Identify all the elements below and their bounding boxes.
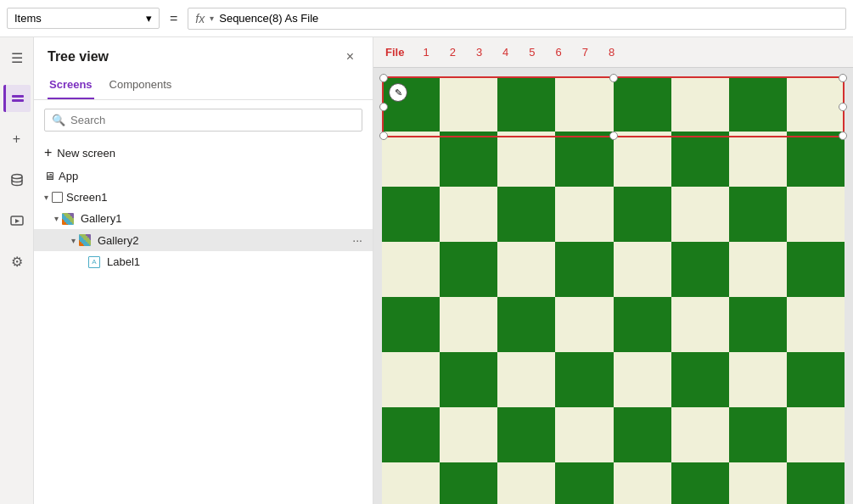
database-icon[interactable] [3, 166, 31, 193]
canvas-tab-6[interactable]: 6 [546, 42, 572, 62]
canvas-tab-file[interactable]: File [377, 42, 412, 62]
checker-cell [671, 132, 729, 187]
tree-panel-title: Tree view [48, 49, 109, 64]
layers-icon[interactable] [3, 85, 31, 112]
checker-cell [671, 242, 729, 297]
checker-cell [787, 407, 845, 462]
checker-cell [382, 462, 440, 504]
checker-cell [497, 297, 555, 352]
checker-cell [614, 352, 671, 407]
checker-cell [729, 132, 787, 187]
tree-item-gallery1[interactable]: ▾ Gallery1 [34, 208, 373, 229]
svg-point-2 [12, 175, 22, 179]
new-screen-label: New screen [57, 147, 115, 160]
checker-cell [671, 187, 729, 242]
tab-screens[interactable]: Screens [48, 73, 94, 99]
checker-cell [382, 352, 440, 407]
fx-chevron: ▾ [210, 14, 214, 23]
equals-icon: = [166, 11, 181, 26]
label1-label: Label1 [107, 255, 362, 268]
canvas-tab-4[interactable]: 4 [492, 42, 519, 62]
media-icon[interactable] [3, 207, 31, 234]
checker-cell [440, 407, 497, 462]
tree-item-gallery2[interactable]: ▾ Gallery2 ··· [34, 229, 373, 251]
gallery1-chevron: ▾ [54, 214, 59, 223]
checker-cell [497, 187, 555, 242]
tree-item-app[interactable]: 🖥 App [34, 165, 373, 187]
checker-cell [614, 187, 671, 242]
formula-text: Sequence(8) As File [219, 12, 318, 25]
checker-cell [729, 187, 787, 242]
checker-cell [614, 76, 671, 132]
checker-cell [440, 297, 497, 352]
checker-cell [440, 242, 497, 297]
checker-cell [440, 352, 497, 407]
checker-cell [614, 132, 671, 187]
canvas-tab-8[interactable]: 8 [598, 42, 625, 62]
search-icon: 🔍 [52, 114, 65, 126]
canvas-tab-7[interactable]: 7 [572, 42, 598, 62]
tab-components[interactable]: Components [108, 73, 174, 99]
canvas-tab-5[interactable]: 5 [519, 42, 545, 62]
label1-icon: A [88, 256, 100, 268]
gallery2-label: Gallery2 [98, 234, 349, 247]
checker-cell [555, 132, 613, 187]
search-box[interactable]: 🔍 [44, 109, 362, 132]
settings-icon[interactable]: ⚙ [3, 248, 31, 275]
hamburger-icon[interactable]: ☰ [3, 44, 31, 71]
items-label: Items [14, 12, 42, 25]
tree-items: 🖥 App ▾ Screen1 ▾ Gallery1 ▾ Gallery2 ··… [34, 165, 373, 504]
canvas-tabs: File 1 2 3 4 5 6 7 8 [373, 37, 853, 68]
search-input[interactable] [70, 114, 355, 126]
gallery1-label: Gallery1 [81, 212, 362, 225]
items-dropdown[interactable]: Items ▾ [7, 8, 160, 29]
checker-cell [382, 76, 440, 132]
app-icon: 🖥 [44, 170, 55, 182]
checker-cell [382, 132, 440, 187]
canvas-tab-1[interactable]: 1 [412, 42, 439, 62]
checker-cell [497, 76, 555, 132]
screen1-chevron: ▾ [44, 193, 48, 202]
checker-cell [729, 242, 787, 297]
checker-cell [614, 462, 671, 504]
checker-cell [729, 462, 787, 504]
add-icon[interactable]: + [3, 126, 31, 153]
checker-cell [555, 187, 613, 242]
checker-cell [729, 76, 787, 132]
checker-cell [614, 297, 671, 352]
dropdown-chevron: ▾ [146, 12, 152, 25]
top-bar: Items ▾ = fx ▾ Sequence(8) As File [0, 0, 853, 37]
fx-bar[interactable]: fx ▾ Sequence(8) As File [188, 8, 846, 30]
checker-cell [555, 242, 613, 297]
fx-label: fx [195, 12, 205, 25]
checker-cell [787, 76, 845, 132]
checker-cell [671, 352, 729, 407]
checker-cell [382, 242, 440, 297]
checker-cell [555, 462, 613, 504]
main-area: ☰ + ⚙ Tree view × Screens Components 🔍 +… [0, 37, 853, 504]
gallery2-icon [79, 234, 91, 246]
canvas-tab-2[interactable]: 2 [440, 42, 466, 62]
checker-cell [440, 187, 497, 242]
tree-item-screen1[interactable]: ▾ Screen1 [34, 187, 373, 208]
gallery2-more-button[interactable]: ··· [352, 233, 362, 247]
checker-cell [555, 352, 613, 407]
checker-cell [787, 352, 845, 407]
canvas-tab-3[interactable]: 3 [466, 42, 492, 62]
checker-cell [614, 407, 671, 462]
checker-cell [440, 462, 497, 504]
checker-cell [382, 407, 440, 462]
checker-cell [614, 242, 671, 297]
sidebar-icons: ☰ + ⚙ [0, 37, 34, 504]
checker-cell [440, 76, 497, 132]
checker-cell [497, 242, 555, 297]
checker-cell [497, 407, 555, 462]
checker-cell [671, 297, 729, 352]
tree-panel-header: Tree view × [34, 37, 373, 73]
tree-item-label1[interactable]: A Label1 [34, 251, 373, 272]
checker-cell [787, 462, 845, 504]
checker-cell [671, 407, 729, 462]
checker-cell [382, 297, 440, 352]
close-button[interactable]: × [341, 48, 359, 66]
new-screen-button[interactable]: + New screen [34, 140, 373, 165]
